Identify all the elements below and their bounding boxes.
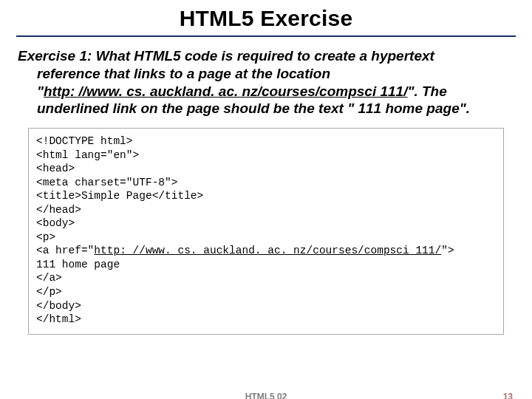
code-line: <body> <box>36 216 496 231</box>
slide-title: HTML5 Exercise <box>16 6 516 37</box>
code-line: </a> <box>36 271 496 285</box>
prompt-line-1: Exercise 1: What HTML5 code is required … <box>18 48 434 64</box>
code-line: </p> <box>36 285 496 299</box>
code-block: <!DOCTYPE html> <html lang="en"> <head> … <box>28 128 504 335</box>
code-url: http: //www. cs. auckland. ac. nz/course… <box>94 245 441 256</box>
code-line: <!DOCTYPE html> <box>36 134 496 149</box>
code-line: </body> <box>36 299 496 313</box>
code-line: <p> <box>36 231 496 245</box>
code-line: <head> <box>36 162 496 176</box>
code-fragment: "> <box>441 245 454 256</box>
prompt-url: http: //www. cs. auckland. ac. nz/course… <box>44 83 407 99</box>
prompt-line-2: reference that links to a page at the lo… <box>37 66 330 81</box>
code-line: <meta charset="UTF-8"> <box>36 176 496 190</box>
slide: HTML5 Exercise Exercise 1: What HTML5 co… <box>0 0 532 399</box>
exercise-prompt: Exercise 1: What HTML5 code is required … <box>16 47 516 117</box>
code-line: </head> <box>36 203 496 217</box>
footer-label: HTML5 02 <box>245 392 287 399</box>
prompt-line-3-post: ". The <box>407 83 446 99</box>
code-line: <a href="http: //www. cs. auckland. ac. … <box>36 244 496 258</box>
prompt-line-3-pre: " <box>37 83 44 99</box>
code-line: <html lang="en"> <box>36 149 496 163</box>
code-fragment: <a href=" <box>36 245 94 256</box>
prompt-line-4: underlined link on the page should be th… <box>37 100 470 116</box>
page-number: 13 <box>503 392 513 399</box>
code-line: </html> <box>36 313 496 327</box>
code-line: 111 home page <box>36 258 496 272</box>
code-line: <title>Simple Page</title> <box>36 189 496 203</box>
